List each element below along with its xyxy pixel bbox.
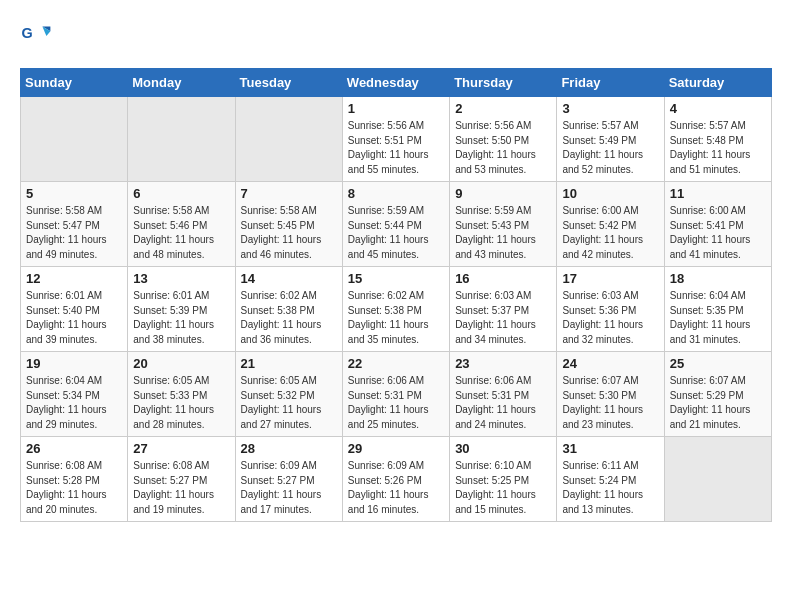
calendar-week-row: 26Sunrise: 6:08 AMSunset: 5:28 PMDayligh…: [21, 437, 772, 522]
day-cell-14: 14Sunrise: 6:02 AMSunset: 5:38 PMDayligh…: [235, 267, 342, 352]
day-info: Sunrise: 6:09 AMSunset: 5:26 PMDaylight:…: [348, 459, 444, 517]
day-number: 2: [455, 101, 551, 116]
sunrise-label: Sunrise: 6:05 AM: [241, 375, 317, 386]
daylight-label: Daylight: 11 hours and 34 minutes.: [455, 319, 536, 345]
sunset-label: Sunset: 5:51 PM: [348, 135, 422, 146]
sunset-label: Sunset: 5:34 PM: [26, 390, 100, 401]
day-number: 23: [455, 356, 551, 371]
sunrise-label: Sunrise: 6:08 AM: [133, 460, 209, 471]
daylight-label: Daylight: 11 hours and 31 minutes.: [670, 319, 751, 345]
day-info: Sunrise: 6:10 AMSunset: 5:25 PMDaylight:…: [455, 459, 551, 517]
calendar-week-row: 12Sunrise: 6:01 AMSunset: 5:40 PMDayligh…: [21, 267, 772, 352]
sunrise-label: Sunrise: 6:04 AM: [670, 290, 746, 301]
sunset-label: Sunset: 5:43 PM: [455, 220, 529, 231]
sunset-label: Sunset: 5:35 PM: [670, 305, 744, 316]
sunset-label: Sunset: 5:48 PM: [670, 135, 744, 146]
day-cell-9: 9Sunrise: 5:59 AMSunset: 5:43 PMDaylight…: [450, 182, 557, 267]
day-info: Sunrise: 6:04 AMSunset: 5:35 PMDaylight:…: [670, 289, 766, 347]
day-info: Sunrise: 5:57 AMSunset: 5:49 PMDaylight:…: [562, 119, 658, 177]
page-header: G: [20, 20, 772, 52]
daylight-label: Daylight: 11 hours and 29 minutes.: [26, 404, 107, 430]
day-cell-30: 30Sunrise: 6:10 AMSunset: 5:25 PMDayligh…: [450, 437, 557, 522]
sunset-label: Sunset: 5:40 PM: [26, 305, 100, 316]
weekday-header-sunday: Sunday: [21, 69, 128, 97]
daylight-label: Daylight: 11 hours and 55 minutes.: [348, 149, 429, 175]
sunrise-label: Sunrise: 6:01 AM: [26, 290, 102, 301]
sunset-label: Sunset: 5:45 PM: [241, 220, 315, 231]
empty-cell: [128, 97, 235, 182]
day-info: Sunrise: 6:09 AMSunset: 5:27 PMDaylight:…: [241, 459, 337, 517]
daylight-label: Daylight: 11 hours and 48 minutes.: [133, 234, 214, 260]
day-number: 15: [348, 271, 444, 286]
day-info: Sunrise: 6:11 AMSunset: 5:24 PMDaylight:…: [562, 459, 658, 517]
sunrise-label: Sunrise: 6:07 AM: [670, 375, 746, 386]
day-cell-13: 13Sunrise: 6:01 AMSunset: 5:39 PMDayligh…: [128, 267, 235, 352]
sunset-label: Sunset: 5:31 PM: [455, 390, 529, 401]
day-info: Sunrise: 5:59 AMSunset: 5:44 PMDaylight:…: [348, 204, 444, 262]
sunrise-label: Sunrise: 6:08 AM: [26, 460, 102, 471]
day-number: 27: [133, 441, 229, 456]
sunrise-label: Sunrise: 6:06 AM: [455, 375, 531, 386]
sunset-label: Sunset: 5:38 PM: [241, 305, 315, 316]
sunset-label: Sunset: 5:27 PM: [133, 475, 207, 486]
sunset-label: Sunset: 5:33 PM: [133, 390, 207, 401]
day-number: 28: [241, 441, 337, 456]
calendar-week-row: 1Sunrise: 5:56 AMSunset: 5:51 PMDaylight…: [21, 97, 772, 182]
daylight-label: Daylight: 11 hours and 32 minutes.: [562, 319, 643, 345]
daylight-label: Daylight: 11 hours and 41 minutes.: [670, 234, 751, 260]
sunrise-label: Sunrise: 6:03 AM: [562, 290, 638, 301]
day-cell-17: 17Sunrise: 6:03 AMSunset: 5:36 PMDayligh…: [557, 267, 664, 352]
day-number: 25: [670, 356, 766, 371]
sunset-label: Sunset: 5:29 PM: [670, 390, 744, 401]
daylight-label: Daylight: 11 hours and 19 minutes.: [133, 489, 214, 515]
day-cell-20: 20Sunrise: 6:05 AMSunset: 5:33 PMDayligh…: [128, 352, 235, 437]
sunrise-label: Sunrise: 6:09 AM: [241, 460, 317, 471]
day-number: 4: [670, 101, 766, 116]
sunrise-label: Sunrise: 6:00 AM: [670, 205, 746, 216]
sunrise-label: Sunrise: 5:58 AM: [241, 205, 317, 216]
weekday-header-wednesday: Wednesday: [342, 69, 449, 97]
day-number: 24: [562, 356, 658, 371]
daylight-label: Daylight: 11 hours and 42 minutes.: [562, 234, 643, 260]
weekday-header-friday: Friday: [557, 69, 664, 97]
daylight-label: Daylight: 11 hours and 52 minutes.: [562, 149, 643, 175]
day-cell-26: 26Sunrise: 6:08 AMSunset: 5:28 PMDayligh…: [21, 437, 128, 522]
day-number: 5: [26, 186, 122, 201]
day-cell-15: 15Sunrise: 6:02 AMSunset: 5:38 PMDayligh…: [342, 267, 449, 352]
weekday-header-row: SundayMondayTuesdayWednesdayThursdayFrid…: [21, 69, 772, 97]
day-cell-2: 2Sunrise: 5:56 AMSunset: 5:50 PMDaylight…: [450, 97, 557, 182]
sunset-label: Sunset: 5:31 PM: [348, 390, 422, 401]
day-info: Sunrise: 6:01 AMSunset: 5:40 PMDaylight:…: [26, 289, 122, 347]
day-number: 17: [562, 271, 658, 286]
empty-cell: [664, 437, 771, 522]
daylight-label: Daylight: 11 hours and 24 minutes.: [455, 404, 536, 430]
daylight-label: Daylight: 11 hours and 13 minutes.: [562, 489, 643, 515]
day-info: Sunrise: 5:58 AMSunset: 5:47 PMDaylight:…: [26, 204, 122, 262]
day-cell-3: 3Sunrise: 5:57 AMSunset: 5:49 PMDaylight…: [557, 97, 664, 182]
day-cell-31: 31Sunrise: 6:11 AMSunset: 5:24 PMDayligh…: [557, 437, 664, 522]
sunset-label: Sunset: 5:32 PM: [241, 390, 315, 401]
day-number: 19: [26, 356, 122, 371]
daylight-label: Daylight: 11 hours and 49 minutes.: [26, 234, 107, 260]
day-info: Sunrise: 6:08 AMSunset: 5:27 PMDaylight:…: [133, 459, 229, 517]
daylight-label: Daylight: 11 hours and 53 minutes.: [455, 149, 536, 175]
day-cell-16: 16Sunrise: 6:03 AMSunset: 5:37 PMDayligh…: [450, 267, 557, 352]
day-number: 26: [26, 441, 122, 456]
day-cell-24: 24Sunrise: 6:07 AMSunset: 5:30 PMDayligh…: [557, 352, 664, 437]
daylight-label: Daylight: 11 hours and 27 minutes.: [241, 404, 322, 430]
sunset-label: Sunset: 5:44 PM: [348, 220, 422, 231]
daylight-label: Daylight: 11 hours and 21 minutes.: [670, 404, 751, 430]
sunrise-label: Sunrise: 5:59 AM: [348, 205, 424, 216]
sunrise-label: Sunrise: 5:58 AM: [26, 205, 102, 216]
day-cell-27: 27Sunrise: 6:08 AMSunset: 5:27 PMDayligh…: [128, 437, 235, 522]
day-number: 30: [455, 441, 551, 456]
daylight-label: Daylight: 11 hours and 36 minutes.: [241, 319, 322, 345]
sunset-label: Sunset: 5:28 PM: [26, 475, 100, 486]
daylight-label: Daylight: 11 hours and 39 minutes.: [26, 319, 107, 345]
daylight-label: Daylight: 11 hours and 16 minutes.: [348, 489, 429, 515]
sunset-label: Sunset: 5:46 PM: [133, 220, 207, 231]
day-info: Sunrise: 5:58 AMSunset: 5:45 PMDaylight:…: [241, 204, 337, 262]
day-number: 3: [562, 101, 658, 116]
empty-cell: [235, 97, 342, 182]
sunrise-label: Sunrise: 6:11 AM: [562, 460, 638, 471]
